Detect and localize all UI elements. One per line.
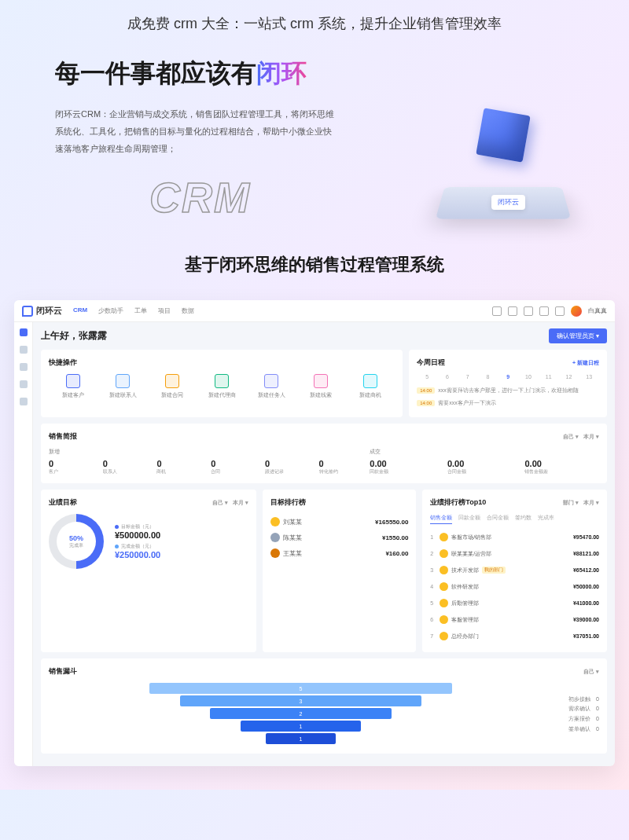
admin-page-button[interactable]: 确认管理员页 ▾ bbox=[549, 328, 607, 343]
filter-month[interactable]: 本月 ▾ bbox=[583, 433, 599, 441]
funnel-step: 1 bbox=[266, 733, 337, 744]
rank-tab[interactable]: 回款金额 bbox=[458, 514, 480, 524]
perf-row: 陈某某¥1550.00 bbox=[270, 530, 409, 545]
tool-icon[interactable] bbox=[555, 306, 565, 316]
quick-action[interactable]: 新建合同 bbox=[148, 374, 197, 399]
panel-title: 业绩排行榜Top10 bbox=[430, 497, 486, 508]
sidebar-item[interactable] bbox=[20, 398, 28, 405]
user-name: 白真真 bbox=[588, 306, 607, 315]
rank-row: 6客服管理部¥39000.00 bbox=[430, 611, 599, 628]
hero-heading: 每一件事都应该有闭环 bbox=[55, 57, 574, 91]
filter-self[interactable]: 自己 ▾ bbox=[563, 433, 579, 441]
tool-icon[interactable] bbox=[508, 306, 517, 316]
quick-action[interactable]: 新建代理商 bbox=[197, 374, 247, 399]
funnel-step: 3 bbox=[180, 695, 422, 706]
stat-item: 0联系人 bbox=[103, 459, 154, 475]
panel-title: 目标排行榜 bbox=[270, 497, 306, 508]
panel-title: 销售简报 bbox=[49, 431, 77, 442]
filter-self[interactable]: 自己 ▾ bbox=[583, 668, 599, 676]
schedule-item[interactable]: 14:00需要xxx客户开一下演示 bbox=[417, 397, 599, 409]
perf-row: 王某某¥160.00 bbox=[270, 545, 409, 561]
stat-item: 0客户 bbox=[49, 459, 100, 475]
calendar-day[interactable]: 6 bbox=[437, 374, 458, 380]
nav-item[interactable]: 项目 bbox=[158, 306, 171, 315]
calendar-day[interactable]: 13 bbox=[579, 374, 599, 380]
funnel-legend-item: 签单确认 0 bbox=[568, 724, 599, 735]
perf-rank-panel: 目标排行榜 刘某某¥165550.00陈某某¥1550.00王某某¥160.00 bbox=[263, 490, 417, 652]
tool-icon[interactable] bbox=[524, 306, 533, 316]
goal-panel: 业绩目标 自己 ▾本月 ▾ 50%完成率 目标金额（元） ¥500000.00 bbox=[41, 490, 256, 652]
rank-tab[interactable]: 完成率 bbox=[538, 514, 554, 524]
rank-tab[interactable]: 销售金额 bbox=[430, 514, 452, 524]
brand-tag: 闭环云 bbox=[491, 195, 525, 210]
calendar-day[interactable]: 12 bbox=[559, 374, 579, 380]
top-nav: CRM少数助手工单项目数据 bbox=[73, 306, 481, 315]
stat-item: 0合同 bbox=[211, 459, 262, 475]
sidebar bbox=[14, 322, 33, 766]
funnel-legend-item: 初步接触 0 bbox=[568, 695, 599, 705]
calendar-day[interactable]: 7 bbox=[458, 374, 478, 380]
quick-action[interactable]: 新建线索 bbox=[296, 374, 345, 399]
filter-dept[interactable]: 部门 ▾ bbox=[563, 499, 579, 507]
filter-self[interactable]: 自己 ▾ bbox=[212, 499, 228, 507]
sidebar-item[interactable] bbox=[20, 346, 28, 354]
stat-item: 0.00合同金额 bbox=[447, 459, 522, 475]
nav-item[interactable]: 工单 bbox=[134, 306, 147, 315]
dashboard-screenshot: 闭环云 CRM少数助手工单项目数据 白真真 上午好，张露露 确认管理员页 ▾ bbox=[14, 300, 615, 766]
goal-percent-label: 完成率 bbox=[69, 542, 83, 549]
panel-title: 快捷操作 bbox=[49, 358, 77, 368]
cube-shape bbox=[476, 108, 531, 163]
quick-action[interactable]: 新建商机 bbox=[345, 374, 395, 399]
funnel-legend-item: 需求确认 0 bbox=[568, 704, 599, 714]
tool-icon[interactable] bbox=[492, 306, 502, 316]
page-title: 成免费 crm 大全：一站式 crm 系统，提升企业销售管理效率 bbox=[0, 0, 629, 41]
schedule-item[interactable]: 14:00xxx需要拜访去客户那里，进行一下上门演示，欢迎拍相随 bbox=[417, 384, 599, 397]
calendar-day[interactable]: 8 bbox=[478, 374, 498, 380]
user-avatar[interactable] bbox=[571, 306, 582, 317]
hero-section: 每一件事都应该有闭环 闭环云CRM：企业营销与成交系统，销售团队过程管理工具，将… bbox=[0, 41, 629, 237]
topbar-tools: 白真真 bbox=[492, 306, 607, 317]
stat-item: 0.00销售金额差 bbox=[524, 459, 599, 475]
calendar-day[interactable]: 10 bbox=[518, 374, 539, 380]
goal-value: ¥250000.00 bbox=[115, 550, 248, 559]
goal-value: ¥500000.00 bbox=[115, 530, 248, 540]
top10-rank-panel: 业绩排行榜Top10 部门 ▾本月 ▾ 销售金额回款金额合同金额签约数完成率 1… bbox=[422, 490, 607, 652]
sidebar-item[interactable] bbox=[20, 328, 28, 336]
dashboard-main: 上午好，张露露 确认管理员页 ▾ 快捷操作 新建客户新建联系人新建合同新建代理商… bbox=[33, 322, 615, 766]
filter-month[interactable]: 本月 ▾ bbox=[233, 499, 248, 507]
goal-label: 目标金额（元） bbox=[121, 523, 154, 530]
rank-tab[interactable]: 签约数 bbox=[515, 514, 532, 524]
stat-item: 0商机 bbox=[156, 459, 208, 475]
quick-action[interactable]: 新建客户 bbox=[49, 374, 98, 399]
sidebar-item[interactable] bbox=[20, 380, 28, 388]
calendar-day[interactable]: 5 bbox=[417, 374, 437, 380]
calendar-day[interactable]: 9 bbox=[498, 374, 518, 380]
add-schedule-link[interactable]: + 新建日程 bbox=[572, 359, 599, 367]
nav-item[interactable]: 数据 bbox=[182, 306, 194, 315]
nav-item[interactable]: CRM bbox=[73, 306, 87, 315]
tool-icon[interactable] bbox=[539, 306, 549, 316]
app-logo[interactable]: 闭环云 bbox=[22, 305, 62, 317]
nav-item[interactable]: 少数助手 bbox=[98, 306, 123, 315]
brief-subtitle: 新增 bbox=[49, 448, 370, 456]
goal-label: 完成金额（元） bbox=[121, 543, 154, 550]
goal-donut-chart: 50%完成率 bbox=[49, 514, 104, 569]
sidebar-item[interactable] bbox=[20, 363, 28, 371]
rank-row: 2联某某某/运营部¥88121.00 bbox=[430, 545, 599, 562]
dashboard-topbar: 闭环云 CRM少数助手工单项目数据 白真真 bbox=[14, 300, 615, 322]
quick-action[interactable]: 新建联系人 bbox=[98, 374, 148, 399]
logo-icon bbox=[22, 306, 33, 317]
hero-h1-text: 每一件事都应该有 bbox=[55, 59, 256, 87]
stat-item: 0跟进记录 bbox=[265, 459, 316, 475]
rank-tab[interactable]: 合同金额 bbox=[487, 514, 509, 524]
panel-title: 销售漏斗 bbox=[49, 666, 77, 677]
hero-3d-graphic: 闭环云 bbox=[425, 88, 582, 245]
rank-row: 1客服市场/销售部¥95470.00 bbox=[430, 529, 599, 545]
quick-action[interactable]: 新建任务人 bbox=[247, 374, 296, 399]
logo-text: 闭环云 bbox=[36, 305, 62, 317]
stat-item: 0.00回款金额 bbox=[370, 459, 444, 475]
hero-h1-highlight: 闭环 bbox=[256, 59, 307, 87]
filter-month[interactable]: 本月 ▾ bbox=[583, 499, 599, 507]
sales-brief-panel: 销售简报 自己 ▾本月 ▾ 新增 0客户0联系人0商机0合同0跟进记录0转化签约… bbox=[41, 424, 607, 483]
calendar-day[interactable]: 11 bbox=[539, 374, 559, 380]
